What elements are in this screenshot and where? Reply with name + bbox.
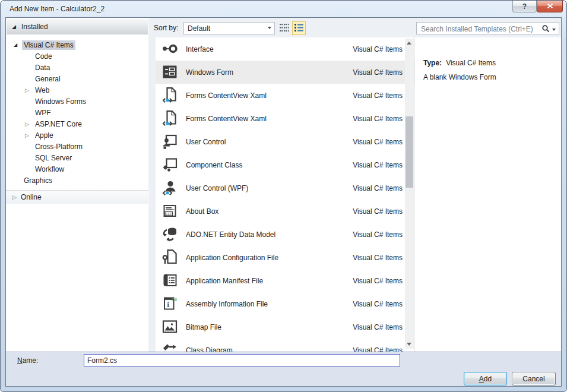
online-label: Online	[21, 193, 42, 201]
expanded-triangle-icon: ◢	[14, 42, 22, 48]
template-type: Visual C# Items	[353, 45, 403, 53]
tree-item-visual-c-items[interactable]: ◢Visual C# Items	[6, 39, 148, 50]
tree-item-label: SQL Server	[33, 153, 74, 163]
search-box	[416, 22, 559, 34]
tree-item-code[interactable]: Code	[6, 50, 148, 62]
tree-item-label: Code	[33, 52, 54, 61]
template-row-bitmap-file[interactable]: Bitmap FileVisual C# Items	[156, 315, 414, 339]
collapsed-triangle-icon: ▷	[25, 87, 33, 93]
template-row-forms-contentview-xaml[interactable]: Forms ContentView XamlVisual C# Items	[156, 107, 414, 130]
template-row-user-control-wpf[interactable]: User Control (WPF)Visual C# Items	[156, 176, 414, 200]
tree-item-asp-net-core[interactable]: ▷ASP.NET Core	[6, 118, 148, 129]
tree-item-data[interactable]: Data	[6, 62, 148, 73]
app-manifest-icon	[161, 272, 178, 289]
tree-item-sql-server[interactable]: SQL Server	[6, 152, 148, 163]
tree-item-label: WPF	[33, 108, 53, 118]
type-value: Visual C# Items	[446, 59, 496, 67]
template-name: About Box	[186, 207, 218, 216]
add-new-item-dialog: Add New Item - Calculator2_2 ? ◢ Install…	[0, 0, 567, 392]
template-name: Application Manifest File	[186, 277, 263, 285]
list-view-icon	[294, 23, 304, 34]
entity-data-model-icon	[161, 226, 178, 242]
template-name: User Control (WPF)	[186, 184, 248, 192]
help-button[interactable]: ?	[512, 1, 537, 12]
template-row-windows-form[interactable]: Windows FormVisual C# Items	[156, 61, 414, 84]
template-type: Visual C# Items	[353, 277, 403, 285]
sort-by-dropdown[interactable]: Default	[183, 22, 275, 34]
template-name: Bitmap File	[186, 323, 221, 331]
user-control-wpf-icon	[161, 179, 178, 196]
template-row-ado-net-entity-data-model[interactable]: ADO.NET Entity Data ModelVisual C# Items	[156, 223, 414, 246]
template-name: Assembly Information File	[186, 300, 268, 308]
expanded-triangle-icon: ◢	[12, 24, 21, 30]
name-input[interactable]	[84, 354, 400, 366]
help-icon: ?	[522, 2, 527, 11]
tree-item-label: Data	[33, 63, 52, 72]
tree-item-label: General	[33, 74, 62, 84]
collapsed-triangle-icon: ▷	[12, 194, 21, 200]
template-name: Forms ContentView Xaml	[186, 115, 267, 123]
scrollbar-thumb[interactable]	[406, 116, 413, 188]
tree-item-label: Cross-Platform	[33, 142, 84, 151]
template-list: InterfaceVisual C# ItemsWindows FormVisu…	[156, 37, 414, 352]
category-tree: ◢Visual C# ItemsCodeDataGeneral▷WebWindo…	[6, 39, 148, 186]
template-row-forms-contentview-xaml[interactable]: Forms ContentView XamlVisual C# Items	[156, 84, 414, 107]
template-name: Class Diagram	[186, 346, 233, 352]
svg-text:C#: C#	[172, 297, 178, 302]
template-description: A blank Windows Form	[423, 73, 496, 81]
bitmap-file-icon	[161, 318, 178, 335]
svg-text:v.1.0: v.1.0	[166, 213, 172, 216]
tree-item-label: Visual C# Items	[22, 40, 75, 50]
scroll-up-icon[interactable]	[407, 42, 411, 45]
search-input[interactable]	[420, 23, 535, 34]
tree-item-workflow[interactable]: Workflow	[6, 163, 148, 175]
template-row-application-manifest-file[interactable]: Application Manifest FileVisual C# Items	[156, 269, 414, 292]
tree-item-graphics[interactable]: Graphics	[6, 175, 148, 186]
template-row-class-diagram[interactable]: Class DiagramVisual C# Items	[156, 339, 414, 352]
window-frame: Add New Item - Calculator2_2 ? ◢ Install…	[0, 0, 567, 392]
installed-group-header[interactable]: ◢ Installed	[7, 19, 148, 34]
online-group-header[interactable]: ▷ Online	[6, 191, 148, 204]
list-view-button[interactable]	[292, 21, 306, 35]
tree-item-wpf[interactable]: WPF	[6, 107, 148, 118]
template-row-interface[interactable]: InterfaceVisual C# Items	[156, 37, 414, 61]
window-title: Add New Item - Calculator2_2	[9, 5, 104, 13]
tree-item-label: Web	[33, 86, 51, 95]
template-row-about-box[interactable]: v.1.0About BoxVisual C# Items	[156, 200, 414, 223]
name-label: Name:	[17, 356, 38, 365]
tree-item-label: Workflow	[33, 165, 66, 174]
add-button[interactable]: Add	[464, 372, 507, 385]
cancel-button[interactable]: Cancel	[512, 372, 556, 385]
medium-icons-view-button[interactable]	[277, 21, 291, 35]
category-panel: ◢ Installed ◢Visual C# ItemsCodeDataGene…	[6, 18, 148, 352]
add-button-label: Add	[479, 375, 492, 383]
search-icon[interactable]	[541, 24, 550, 34]
footer-bar: Name: Add Cancel	[6, 352, 561, 386]
close-button[interactable]	[537, 1, 563, 12]
tree-item-cross-platform[interactable]: Cross-Platform	[6, 141, 148, 152]
tree-item-apple[interactable]: ▷Apple	[6, 129, 148, 141]
template-name: User Control	[186, 138, 226, 146]
component-class-icon	[161, 156, 178, 173]
template-name: Component Class	[186, 161, 242, 169]
tree-item-web[interactable]: ▷Web	[6, 84, 148, 96]
tree-item-general[interactable]: General	[6, 73, 148, 84]
app-config-icon	[161, 249, 178, 265]
chevron-down-icon	[268, 27, 271, 29]
panel-gap	[148, 18, 156, 352]
template-type: Visual C# Items	[353, 115, 403, 123]
template-type: Visual C# Items	[353, 91, 403, 100]
search-options-chevron-icon[interactable]	[552, 29, 556, 31]
template-row-assembly-information-file[interactable]: iC#Assembly Information FileVisual C# It…	[156, 292, 414, 315]
template-type: Visual C# Items	[353, 230, 403, 239]
template-row-component-class[interactable]: Component ClassVisual C# Items	[156, 153, 414, 176]
template-row-application-configuration-file[interactable]: Application Configuration FileVisual C# …	[156, 246, 414, 269]
template-type: Visual C# Items	[353, 207, 403, 216]
list-scrollbar[interactable]	[405, 39, 414, 349]
grid-view-icon	[279, 23, 289, 34]
tree-item-windows-forms[interactable]: Windows Forms	[6, 96, 148, 107]
scroll-down-icon[interactable]	[407, 343, 411, 346]
close-icon	[547, 2, 553, 11]
interface-icon	[161, 40, 178, 57]
template-row-user-control[interactable]: User ControlVisual C# Items	[156, 130, 414, 153]
